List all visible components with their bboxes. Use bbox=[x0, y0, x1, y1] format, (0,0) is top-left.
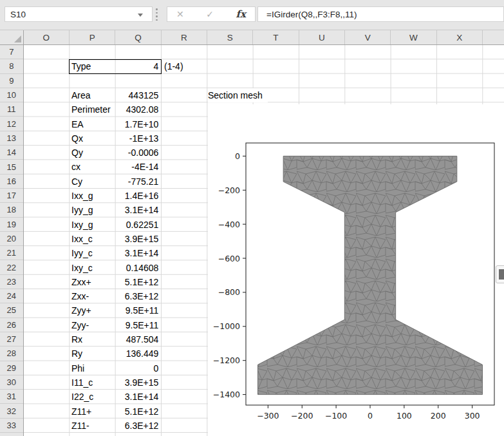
column-header-partial[interactable] bbox=[483, 30, 504, 44]
row-header-26[interactable]: 26 bbox=[0, 318, 23, 332]
column-header-W[interactable]: W bbox=[391, 30, 436, 44]
cell-P29-label[interactable]: Phi bbox=[71, 361, 114, 375]
column-header-S[interactable]: S bbox=[207, 30, 253, 44]
row-header-16[interactable]: 16 bbox=[0, 175, 23, 189]
column-header-O[interactable]: O bbox=[24, 30, 70, 44]
cell-Q31-value[interactable]: 3.1E+14 bbox=[115, 390, 158, 404]
row-header-14[interactable]: 14 bbox=[0, 146, 23, 160]
cell-P18-label[interactable]: Iyy_g bbox=[71, 203, 114, 217]
row-header-12[interactable]: 12 bbox=[0, 117, 23, 131]
cell-P26-label[interactable]: Zyy- bbox=[71, 318, 114, 332]
cell-P25-label[interactable]: Zyy+ bbox=[71, 303, 114, 318]
cell-Q15-value[interactable]: -4E-14 bbox=[115, 160, 158, 174]
column-header-R[interactable]: R bbox=[162, 30, 207, 44]
row-header-24[interactable]: 24 bbox=[0, 289, 23, 303]
cell-P10-label[interactable]: Area bbox=[71, 88, 114, 102]
row-header-23[interactable]: 23 bbox=[0, 275, 23, 289]
cell-Q22-value[interactable]: 0.14608 bbox=[115, 261, 158, 275]
cell-Q29-value[interactable]: 0 bbox=[115, 361, 158, 375]
cell-Q34-value[interactable]: 9.5E+11 bbox=[115, 433, 158, 436]
row-header-33[interactable]: 33 bbox=[0, 419, 23, 433]
cell-P28-label[interactable]: Ry bbox=[71, 346, 114, 361]
cell-P11-label[interactable]: Perimeter bbox=[71, 102, 114, 117]
cell-P20-label[interactable]: Ixx_c bbox=[71, 232, 114, 246]
column-header-U[interactable]: U bbox=[299, 30, 345, 44]
row-header-31[interactable]: 31 bbox=[0, 390, 23, 404]
row-header-30[interactable]: 30 bbox=[0, 375, 23, 390]
select-all-button[interactable] bbox=[0, 30, 24, 45]
cell-P22-label[interactable]: Ixy_c bbox=[71, 261, 114, 275]
cell-P13-label[interactable]: Qx bbox=[71, 131, 114, 146]
cell-P15-label[interactable]: cx bbox=[71, 160, 114, 174]
cell-R8-note[interactable]: (1-4) bbox=[164, 59, 183, 73]
cell-P12-label[interactable]: EA bbox=[71, 117, 114, 131]
cell-Q19-value[interactable]: 0.62251 bbox=[115, 218, 158, 232]
cell-Q32-value[interactable]: 5.1E+12 bbox=[115, 404, 158, 419]
name-box-dropdown-icon[interactable] bbox=[138, 14, 143, 17]
cell-P14-label[interactable]: Qy bbox=[71, 146, 114, 160]
cell-Q26-value[interactable]: 9.5E+11 bbox=[115, 318, 158, 332]
cell-Q33-value[interactable]: 6.3E+12 bbox=[115, 419, 158, 433]
column-header-T[interactable]: T bbox=[253, 30, 299, 44]
column-header-P[interactable]: P bbox=[70, 30, 115, 44]
cancel-icon[interactable]: ✕ bbox=[176, 9, 184, 19]
cell-Q16-value[interactable]: -775.21 bbox=[115, 175, 158, 189]
column-header-X[interactable]: X bbox=[437, 30, 483, 44]
row-header-17[interactable]: 17 bbox=[0, 189, 23, 203]
column-header-Q[interactable]: Q bbox=[115, 30, 161, 44]
cell-Q20-value[interactable]: 3.9E+15 bbox=[115, 232, 158, 246]
row-header-32[interactable]: 32 bbox=[0, 404, 23, 418]
cell-P8-label[interactable]: Type bbox=[71, 59, 114, 73]
column-header-V[interactable]: V bbox=[345, 30, 391, 44]
cell-Q23-value[interactable]: 5.1E+12 bbox=[115, 275, 158, 289]
row-header-7[interactable]: 7 bbox=[0, 45, 23, 59]
row-header-8[interactable]: 8 bbox=[0, 59, 23, 73]
cell-P21-label[interactable]: Iyy_c bbox=[71, 246, 114, 260]
row-header-34[interactable]: 34 bbox=[0, 433, 23, 436]
cell-P16-label[interactable]: Cy bbox=[71, 175, 114, 189]
cell-P24-label[interactable]: Zxx- bbox=[71, 289, 114, 303]
cell-Q27-value[interactable]: 487.504 bbox=[115, 332, 158, 346]
cell-Q24-value[interactable]: 6.3E+12 bbox=[115, 289, 158, 303]
cell-P23-label[interactable]: Zxx+ bbox=[71, 275, 114, 289]
formula-input[interactable]: =IGirder(Q8,,F3:F8,,11) bbox=[257, 6, 504, 22]
enter-icon[interactable]: ✓ bbox=[206, 9, 214, 19]
cell-Q30-value[interactable]: 3.9E+15 bbox=[115, 375, 158, 390]
cell-P27-label[interactable]: Rx bbox=[71, 332, 114, 346]
row-header-13[interactable]: 13 bbox=[0, 131, 23, 146]
cell-Q18-value[interactable]: 3.1E+14 bbox=[115, 203, 158, 217]
cell-P17-label[interactable]: Ixx_g bbox=[71, 189, 114, 203]
cell-Q11-value[interactable]: 4302.08 bbox=[115, 102, 158, 117]
cell-Q28-value[interactable]: 136.449 bbox=[115, 346, 158, 361]
row-header-15[interactable]: 15 bbox=[0, 160, 23, 174]
row-header-10[interactable]: 10 bbox=[0, 88, 23, 102]
cell-Q10-value[interactable]: 443125 bbox=[115, 88, 158, 102]
row-header-18[interactable]: 18 bbox=[0, 203, 23, 217]
cell-Q13-value[interactable]: -1E+13 bbox=[115, 131, 158, 146]
row-header-21[interactable]: 21 bbox=[0, 246, 23, 260]
cell-Q25-value[interactable]: 9.5E+11 bbox=[115, 303, 158, 318]
row-header-25[interactable]: 25 bbox=[0, 303, 23, 318]
row-header-29[interactable]: 29 bbox=[0, 361, 23, 375]
cell-Q14-value[interactable]: -0.0006 bbox=[115, 146, 158, 160]
row-header-28[interactable]: 28 bbox=[0, 346, 23, 361]
cell-P33-label[interactable]: Z11- bbox=[71, 419, 114, 433]
insert-function-icon[interactable]: fx bbox=[236, 8, 246, 20]
row-header-22[interactable]: 22 bbox=[0, 260, 23, 274]
chart-side-handle[interactable] bbox=[496, 265, 504, 283]
cell-Q12-value[interactable]: 1.7E+10 bbox=[115, 117, 158, 131]
cell-Q8-value[interactable]: 4 bbox=[115, 59, 158, 73]
cell-S10-note[interactable]: Section mesh bbox=[208, 88, 268, 102]
row-header-27[interactable]: 27 bbox=[0, 332, 23, 346]
row-header-20[interactable]: 20 bbox=[0, 232, 23, 246]
chart-side-handle-thumb[interactable] bbox=[499, 269, 504, 280]
cell-Q21-value[interactable]: 3.1E+14 bbox=[115, 246, 158, 260]
name-box[interactable]: S10 bbox=[5, 6, 153, 22]
cell-P32-label[interactable]: Z11+ bbox=[71, 404, 114, 419]
row-header-19[interactable]: 19 bbox=[0, 218, 23, 232]
cell-P34-label[interactable]: Z22+ bbox=[71, 433, 114, 436]
cell-Q17-value[interactable]: 1.4E+16 bbox=[115, 189, 158, 203]
row-header-9[interactable]: 9 bbox=[0, 74, 23, 88]
cell-P31-label[interactable]: I22_c bbox=[71, 390, 114, 404]
cell-P30-label[interactable]: I11_c bbox=[71, 375, 114, 390]
